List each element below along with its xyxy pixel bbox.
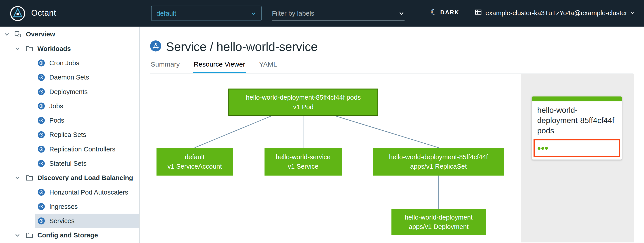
chevron-down-icon xyxy=(250,10,256,16)
sidebar-item-jobs[interactable]: Jobs xyxy=(35,99,139,113)
tab-summary[interactable]: Summary xyxy=(150,60,180,73)
pod-status-selection-box[interactable] xyxy=(534,139,620,157)
sidebar-item-cron-jobs[interactable]: Cron Jobs xyxy=(35,56,139,70)
sidebar-navigation: Overview Workloads Cron Jobs Daemon Sets… xyxy=(0,26,140,243)
horizontal-pod-autoscalers-icon xyxy=(38,189,45,196)
chevron-down-icon xyxy=(630,11,635,15)
sidebar-item-label: Deployments xyxy=(49,88,88,95)
stateful-sets-icon xyxy=(38,160,45,167)
label-filter-input[interactable] xyxy=(272,9,398,17)
sidebar-item-label: Ingresses xyxy=(49,203,78,210)
graph-node-deployment[interactable]: hello-world-deployment apps/v1 Deploymen… xyxy=(391,209,486,235)
sidebar-item-label: Workloads xyxy=(37,45,71,52)
graph-node-name: hello-world-deployment xyxy=(405,212,473,222)
jobs-icon xyxy=(38,102,45,109)
service-resource-icon xyxy=(150,40,161,53)
graph-node-serviceaccount[interactable]: default v1 ServiceAccount xyxy=(156,148,233,176)
tab-resource-viewer[interactable]: Resource Viewer xyxy=(193,60,246,73)
pod-status-dot xyxy=(538,147,540,150)
main-content: Service / hello-world-service Summary Re… xyxy=(140,26,644,243)
graph-node-name: default xyxy=(185,152,204,162)
resource-tabs: Summary Resource Viewer YAML xyxy=(150,60,644,73)
graph-node-kind: apps/v1 Deployment xyxy=(409,222,469,232)
graph-node-kind: v1 ServiceAccount xyxy=(168,162,222,171)
sidebar-item-ingresses[interactable]: Ingresses xyxy=(35,200,139,214)
moon-icon: ☾ xyxy=(430,8,438,16)
namespace-value: default xyxy=(156,9,176,17)
selected-node-card[interactable]: hello-world-deployment-85ff4cf44f pods xyxy=(532,96,622,160)
graph-node-kind: apps/v1 ReplicaSet xyxy=(410,162,467,171)
pod-status-dot xyxy=(541,147,544,150)
sidebar-item-stateful-sets[interactable]: Stateful Sets xyxy=(35,156,139,171)
sidebar-item-label: Replica Sets xyxy=(49,131,86,138)
octant-logo-icon xyxy=(10,6,26,21)
folder-icon xyxy=(26,175,33,181)
chevron-down-icon[interactable] xyxy=(15,175,20,181)
sidebar-item-pods[interactable]: Pods xyxy=(35,113,139,128)
sidebar-item-label: Cron Jobs xyxy=(49,59,79,67)
folder-icon xyxy=(26,45,33,52)
sidebar-item-replica-sets[interactable]: Replica Sets xyxy=(35,128,139,142)
sidebar-item-label: Config and Storage xyxy=(37,232,98,239)
sidebar-item-replication-controllers[interactable]: Replication Controllers xyxy=(35,142,139,156)
sidebar-group-discovery-and-load-balancing[interactable]: Discovery and Load Balancing xyxy=(0,171,139,185)
app-title: Octant xyxy=(31,8,56,18)
sidebar-item-overview[interactable]: Overview xyxy=(0,27,139,41)
chevron-down-icon[interactable] xyxy=(15,46,20,51)
sidebar-item-label: Overview xyxy=(26,31,55,38)
graph-node-name: hello-world-service xyxy=(276,152,330,162)
sidebar-item-label: Jobs xyxy=(49,102,63,110)
cluster-context-menu[interactable]: example-cluster-ka3TuTzYo4a@example-clus… xyxy=(474,8,635,18)
folder-icon xyxy=(26,232,33,239)
label-filter-combobox[interactable] xyxy=(272,6,404,20)
graph-node-kind: v1 Service xyxy=(288,162,318,171)
sidebar-item-label: Horizontal Pod Autoscalers xyxy=(49,189,128,196)
sidebar-item-horizontal-pod-autoscalers[interactable]: Horizontal Pod Autoscalers xyxy=(35,185,139,199)
graph-node-pods[interactable]: hello-world-deployment-85ff4cf44f pods v… xyxy=(228,89,378,116)
sidebar-item-label: Services xyxy=(49,217,74,225)
resource-viewer-canvas: hello-world-deployment-85ff4cf44f pods v… xyxy=(140,73,644,243)
graph-node-name: hello-world-deployment-85ff4cf44f xyxy=(389,152,488,162)
namespace-dropdown[interactable]: default xyxy=(151,6,262,21)
sidebar-item-label: Stateful Sets xyxy=(49,160,86,167)
octant-window: Octant default ☾ DARK example- xyxy=(0,0,644,243)
theme-toggle-label: DARK xyxy=(440,9,459,15)
top-header: Octant default ☾ DARK example- xyxy=(0,0,644,26)
sidebar-group-config-and-storage[interactable]: Config and Storage xyxy=(0,228,139,242)
cluster-icon xyxy=(474,8,482,18)
replication-controllers-icon xyxy=(38,146,45,153)
sidebar-item-label: Replication Controllers xyxy=(49,145,116,153)
card-title: hello-world-deployment-85ff4cf44f pods xyxy=(532,101,622,138)
pods-icon xyxy=(38,117,45,124)
sidebar-item-daemon-sets[interactable]: Daemon Sets xyxy=(35,70,139,84)
ingresses-icon xyxy=(38,203,45,210)
dark-theme-toggle[interactable]: ☾ DARK xyxy=(430,8,459,16)
sidebar-group-workloads[interactable]: Workloads xyxy=(0,41,139,56)
chevron-down-icon[interactable] xyxy=(15,233,20,238)
chevron-down-icon[interactable] xyxy=(398,10,405,16)
graph-node-service[interactable]: hello-world-service v1 Service xyxy=(264,148,342,176)
replica-sets-icon xyxy=(38,131,45,138)
sidebar-item-services[interactable]: Services xyxy=(35,214,139,228)
sidebar-item-label: Pods xyxy=(49,117,64,124)
daemon-sets-icon xyxy=(38,74,45,81)
tab-yaml[interactable]: YAML xyxy=(258,60,278,73)
deployments-icon xyxy=(38,88,45,95)
graph-node-replicaset[interactable]: hello-world-deployment-85ff4cf44f apps/v… xyxy=(373,148,504,176)
chevron-down-icon[interactable] xyxy=(4,31,10,37)
sidebar-item-deployments[interactable]: Deployments xyxy=(35,84,139,99)
node-detail-panel: hello-world-deployment-85ff4cf44f pods xyxy=(521,74,634,243)
page-header: Service / hello-world-service xyxy=(150,39,644,54)
cluster-context-label: example-cluster-ka3TuTzYo4a@example-clus… xyxy=(486,9,627,16)
sidebar-item-label: Daemon Sets xyxy=(49,74,89,81)
graph-node-kind: v1 Pod xyxy=(293,102,314,112)
cron-jobs-icon xyxy=(38,59,45,66)
card-status-strip xyxy=(532,96,622,101)
page-title: Service / hello-world-service xyxy=(166,40,318,54)
overview-icon xyxy=(14,31,21,38)
graph-node-name: hello-world-deployment-85ff4cf44f pods xyxy=(246,93,361,102)
sidebar-item-label: Discovery and Load Balancing xyxy=(37,174,133,182)
pod-status-dot xyxy=(545,147,548,150)
services-icon xyxy=(38,217,45,224)
